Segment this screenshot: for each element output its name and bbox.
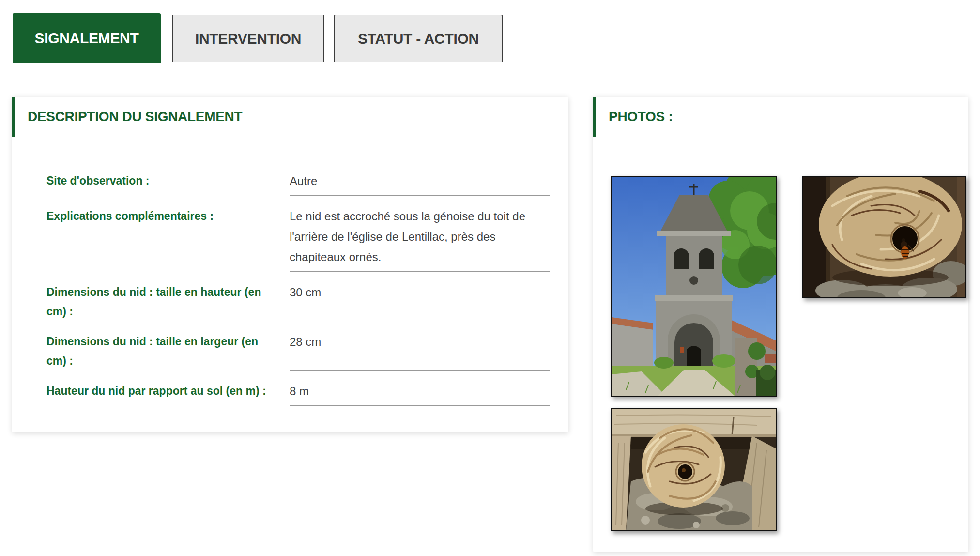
field-label: Dimensions du nid : taille en largeur (e… — [46, 332, 290, 371]
tab-statut-action[interactable]: STATUT - ACTION — [334, 15, 503, 62]
tab-intervention[interactable]: INTERVENTION — [172, 15, 324, 62]
nest-under-roof-photo[interactable] — [611, 408, 777, 531]
field-row-largeur-nid-cm: Dimensions du nid : taille en largeur (e… — [46, 332, 549, 371]
field-value-largeur-nid-cm[interactable]: 28 cm — [290, 332, 550, 371]
field-value-explications[interactable]: Le nid est accroché sous la génoise du t… — [290, 206, 550, 272]
photos-panel-header: PHOTOS : — [593, 97, 968, 137]
nest-entrance-closeup-image — [803, 177, 965, 297]
field-label: Dimensions du nid : taille en hauteur (e… — [46, 282, 290, 321]
description-panel-title: DESCRIPTION DU SIGNALEMENT — [28, 109, 242, 124]
field-label: Site d'observation : — [46, 171, 290, 196]
church-photo[interactable] — [611, 176, 777, 397]
photos-panel: PHOTOS : — [593, 97, 968, 552]
church-photo-image — [612, 177, 776, 396]
photos-panel-body — [593, 137, 968, 552]
description-panel-body: Site d'observation : Autre Explications … — [12, 137, 568, 431]
field-value-hauteur-sol-m[interactable]: 8 m — [290, 381, 550, 406]
field-value-site-observation[interactable]: Autre — [290, 171, 550, 196]
tab-bar: SIGNALEMENT INTERVENTION STATUT - ACTION — [13, 0, 503, 63]
description-panel: DESCRIPTION DU SIGNALEMENT Site d'observ… — [12, 97, 568, 432]
photos-panel-title: PHOTOS : — [609, 109, 673, 124]
field-value-hauteur-nid-cm[interactable]: 30 cm — [290, 282, 550, 321]
field-row-site-observation: Site d'observation : Autre — [46, 171, 549, 196]
field-row-hauteur-nid-cm: Dimensions du nid : taille en hauteur (e… — [46, 282, 549, 321]
field-row-hauteur-sol-m: Hauteur du nid par rapport au sol (en m)… — [46, 381, 549, 406]
field-label: Hauteur du nid par rapport au sol (en m)… — [46, 381, 290, 406]
nest-entrance-closeup-photo[interactable] — [802, 176, 966, 298]
description-panel-header: DESCRIPTION DU SIGNALEMENT — [12, 97, 568, 137]
tab-signalement[interactable]: SIGNALEMENT — [13, 13, 161, 63]
field-row-explications: Explications complémentaires : Le nid es… — [46, 206, 549, 272]
field-label: Explications complémentaires : — [46, 206, 290, 272]
nest-under-roof-image — [612, 409, 776, 530]
